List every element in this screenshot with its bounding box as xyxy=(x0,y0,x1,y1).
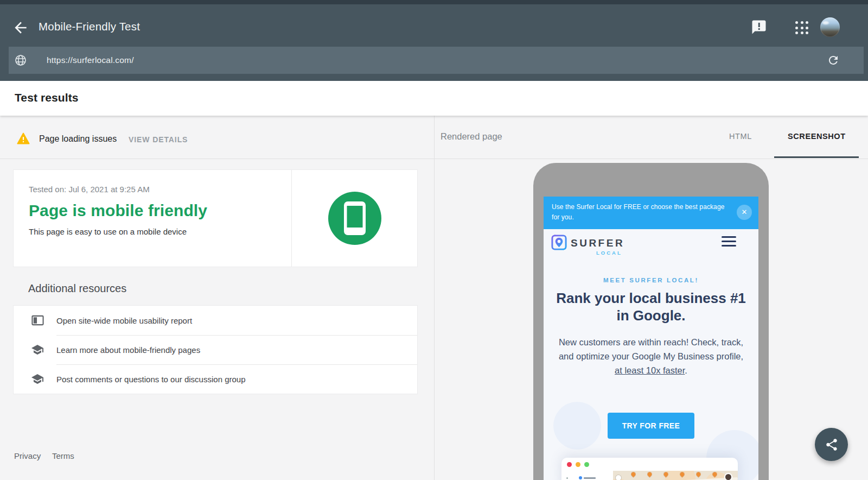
promo-banner-text: Use the Surfer Local for FREE or choose … xyxy=(552,203,724,221)
site-eyebrow: MEET SURFER LOCAL! xyxy=(544,277,758,283)
site-body-text: New customers are within reach! Check, t… xyxy=(544,335,758,377)
share-button[interactable] xyxy=(815,428,848,461)
resource-label: Post comments or questions to our discus… xyxy=(56,375,246,384)
usability-report-icon xyxy=(14,306,56,335)
arrow-left-icon xyxy=(12,19,29,36)
apps-grid-icon xyxy=(794,20,812,35)
map-zoom-control xyxy=(616,475,621,480)
view-details-link[interactable]: VIEW DETAILS xyxy=(129,135,188,144)
mockup-sidebar xyxy=(561,471,613,480)
traffic-light-green xyxy=(584,462,589,467)
feedback-button[interactable] xyxy=(751,19,768,36)
promo-banner: Use the Surfer Local for FREE or choose … xyxy=(544,197,758,229)
test-results-bar: Test results xyxy=(0,81,868,116)
traffic-light-red xyxy=(567,462,572,467)
smartphone-icon xyxy=(344,201,366,235)
verdict-heading: Page is mobile friendly xyxy=(29,201,280,220)
tested-on-label: Tested on: Jul 6, 2021 at 9:25 AM xyxy=(29,185,280,194)
url-bar[interactable]: https://surferlocal.com/ xyxy=(9,47,864,74)
panel-divider xyxy=(434,116,435,480)
refresh-icon xyxy=(827,54,840,67)
apps-grid-button[interactable] xyxy=(794,20,812,37)
brand-name: SURFER xyxy=(571,237,624,249)
traffic-light-yellow xyxy=(576,462,580,467)
site-header: SURFER LOCAL xyxy=(544,229,758,261)
account-avatar[interactable] xyxy=(820,17,840,37)
resource-item-usability-report[interactable]: Open site-wide mobile usability report xyxy=(14,306,417,335)
tab-html[interactable]: HTML xyxy=(729,132,752,141)
banner-close-button[interactable]: ✕ xyxy=(737,205,752,220)
result-card-badge-area xyxy=(291,170,417,267)
resource-item-discussion-group[interactable]: Post comments or questions to our discus… xyxy=(14,364,417,394)
url-text: https://surferlocal.com/ xyxy=(47,55,134,65)
resources-card: Open site-wide mobile usability report L… xyxy=(13,305,418,394)
result-card-text: Tested on: Jul 6, 2021 at 9:25 AM Page i… xyxy=(14,170,291,267)
verdict-description: This page is easy to use on a mobile dev… xyxy=(29,227,280,236)
browser-mockup-content xyxy=(561,471,738,480)
brand-subtitle: LOCAL xyxy=(596,250,622,256)
result-card: Tested on: Jul 6, 2021 at 9:25 AM Page i… xyxy=(13,169,418,267)
school-icon xyxy=(14,335,56,364)
globe-icon xyxy=(14,54,27,67)
url-row: https://surferlocal.com/ xyxy=(0,47,868,74)
close-icon: ✕ xyxy=(742,207,748,218)
mobile-friendly-badge xyxy=(328,192,381,245)
page-title: Test results xyxy=(15,91,79,104)
resource-item-learn-more[interactable]: Learn more about mobile-friendly pages xyxy=(14,335,417,364)
warning-label: Page loading issues xyxy=(39,134,117,144)
app-header-bottom-strip xyxy=(0,74,868,81)
phone-screenshot: Use the Surfer Local for FREE or choose … xyxy=(544,197,758,480)
site-heading: Rank your local business #1 in Google. xyxy=(544,290,758,324)
try-for-free-button[interactable]: TRY FOR FREE xyxy=(608,413,694,439)
warning-icon xyxy=(17,132,30,144)
surfer-local-logo-icon xyxy=(551,234,567,251)
resource-label: Learn more about mobile-friendly pages xyxy=(56,345,200,355)
back-button[interactable] xyxy=(12,19,29,36)
app-title: Mobile-Friendly Test xyxy=(39,20,140,33)
rendered-page-label: Rendered page xyxy=(441,131,502,142)
active-tab-indicator xyxy=(774,156,859,158)
resources-title: Additional resources xyxy=(28,282,126,295)
app-header: Mobile-Friendly Test xyxy=(0,4,868,47)
browser-window-mockup xyxy=(561,458,738,480)
hamburger-menu-icon[interactable] xyxy=(722,236,736,247)
status-strip xyxy=(0,0,868,4)
decorative-circle xyxy=(553,402,601,450)
resource-label: Open site-wide mobile usability report xyxy=(56,316,192,325)
site-body-link[interactable]: at least 10x faster xyxy=(615,365,685,375)
phone-mockup-frame: Use the Surfer Local for FREE or choose … xyxy=(533,163,769,480)
tab-screenshot[interactable]: SCREENSHOT xyxy=(788,132,846,141)
mockup-map xyxy=(613,471,738,480)
privacy-link[interactable]: Privacy xyxy=(14,451,41,460)
school-icon xyxy=(14,364,56,394)
share-icon xyxy=(825,438,839,452)
terms-link[interactable]: Terms xyxy=(52,451,74,460)
refresh-button[interactable] xyxy=(827,54,840,67)
feedback-icon xyxy=(751,19,767,35)
map-avatar-marker xyxy=(725,474,731,480)
